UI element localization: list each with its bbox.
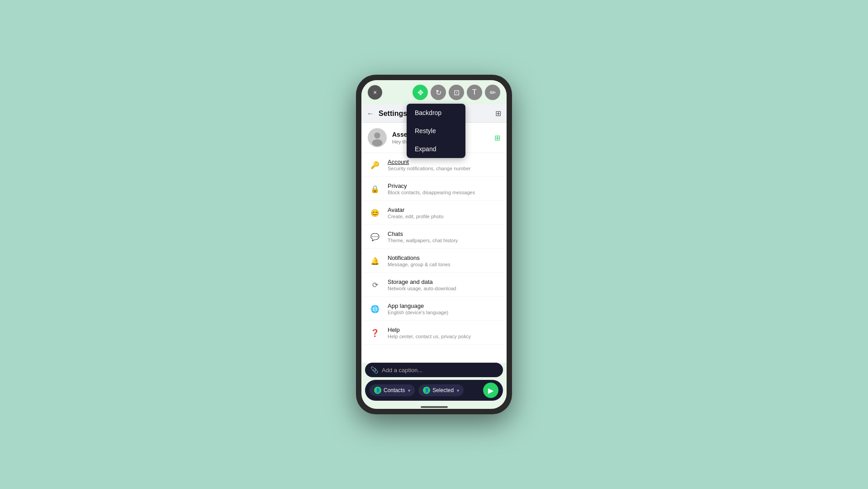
contacts-dot: 👤: [374, 387, 381, 394]
help-title: Help: [388, 326, 500, 333]
avatar-title: Avatar: [388, 206, 500, 213]
storage-icon: ⟳: [368, 278, 382, 292]
restyle-menu-item[interactable]: Restyle: [407, 122, 465, 140]
home-indicator: [421, 406, 448, 408]
svg-point-2: [372, 139, 383, 146]
storage-item[interactable]: ⟳ Storage and data Network usage, auto-d…: [361, 273, 507, 297]
chats-icon: 💬: [368, 230, 382, 244]
svg-point-1: [374, 133, 380, 139]
editor-toolbar: × ✥ ↻ ⊡ T ✏ Backdrop Restyle Expand: [361, 80, 507, 105]
bottom-bar: 👤 Contacts ▾ 👤 Selected ▾ ▶: [365, 380, 503, 401]
account-title: Account: [388, 158, 500, 165]
privacy-item[interactable]: 🔒 Privacy Block contacts, disappearing m…: [361, 177, 507, 201]
storage-title: Storage and data: [388, 278, 500, 285]
crop-tool-button[interactable]: ⊡: [449, 85, 464, 100]
help-item[interactable]: ❓ Help Help center, contact us, privacy …: [361, 321, 507, 345]
language-subtitle: English (device's language): [388, 310, 500, 315]
language-icon: 🌐: [368, 302, 382, 316]
language-item[interactable]: 🌐 App language English (device's languag…: [361, 297, 507, 321]
notifications-title: Notifications: [388, 254, 500, 261]
text-tool-button[interactable]: T: [467, 85, 482, 100]
chats-item[interactable]: 💬 Chats Theme, wallpapers, chat history: [361, 225, 507, 249]
avatar-subtitle: Create, edit, profile photo: [388, 214, 500, 219]
back-button[interactable]: ←: [367, 110, 374, 118]
cursor-tool-button[interactable]: ✥: [413, 85, 428, 100]
privacy-subtitle: Block contacts, disappearing messages: [388, 190, 500, 195]
selected-chevron-icon: ▾: [457, 388, 459, 393]
privacy-content: Privacy Block contacts, disappearing mes…: [388, 182, 500, 195]
selected-dot: 👤: [423, 387, 430, 394]
avatar: [368, 128, 387, 147]
notifications-content: Notifications Message, group & call tone…: [388, 254, 500, 267]
help-content: Help Help center, contact us, privacy po…: [388, 326, 500, 339]
backdrop-menu-item[interactable]: Backdrop: [407, 104, 465, 122]
edit-tool-button[interactable]: ✏: [485, 85, 500, 100]
caption-attach-icon: 📎: [370, 366, 378, 374]
caption-bar[interactable]: 📎 Add a caption...: [365, 363, 503, 377]
profile-qr-icon[interactable]: ⊞: [494, 134, 500, 142]
qr-scan-icon[interactable]: ⊞: [495, 109, 501, 118]
contacts-pill[interactable]: 👤 Contacts ▾: [370, 384, 415, 396]
contacts-label: Contacts: [384, 387, 405, 393]
selected-label: Selected: [432, 387, 454, 393]
selected-pill[interactable]: 👤 Selected ▾: [418, 384, 464, 396]
send-button[interactable]: ▶: [483, 383, 498, 398]
notifications-subtitle: Message, group & call tones: [388, 262, 500, 267]
rotate-tool-button[interactable]: ↻: [431, 85, 446, 100]
phone-device: × ✥ ↻ ⊡ T ✏ Backdrop Restyle Expand: [356, 75, 512, 414]
privacy-icon: 🔒: [368, 182, 382, 196]
account-icon: 🔑: [368, 158, 382, 172]
storage-content: Storage and data Network usage, auto-dow…: [388, 278, 500, 291]
chats-title: Chats: [388, 230, 500, 237]
send-icon: ▶: [488, 386, 493, 395]
storage-subtitle: Network usage, auto-download: [388, 286, 500, 291]
account-content: Account Security notifications, change n…: [388, 158, 500, 171]
settings-list: 🔑 Account Security notifications, change…: [361, 153, 507, 363]
chats-content: Chats Theme, wallpapers, chat history: [388, 230, 500, 243]
context-menu: Backdrop Restyle Expand: [407, 104, 465, 158]
tool-icons: ✥ ↻ ⊡ T ✏: [413, 85, 500, 100]
avatar-content: Avatar Create, edit, profile photo: [388, 206, 500, 219]
contacts-chevron-icon: ▾: [408, 388, 410, 393]
language-title: App language: [388, 302, 500, 309]
language-content: App language English (device's language): [388, 302, 500, 315]
expand-menu-item[interactable]: Expand: [407, 140, 465, 158]
avatar-icon: 😊: [368, 206, 382, 220]
notifications-icon: 🔔: [368, 254, 382, 268]
close-button[interactable]: ×: [368, 85, 382, 100]
help-icon: ❓: [368, 326, 382, 340]
notifications-item[interactable]: 🔔 Notifications Message, group & call to…: [361, 249, 507, 273]
help-subtitle: Help center, contact us, privacy policy: [388, 334, 500, 339]
phone-screen: × ✥ ↻ ⊡ T ✏ Backdrop Restyle Expand: [361, 80, 507, 409]
account-subtitle: Security notifications, change number: [388, 166, 500, 171]
avatar-item[interactable]: 😊 Avatar Create, edit, profile photo: [361, 201, 507, 225]
privacy-title: Privacy: [388, 182, 500, 189]
chats-subtitle: Theme, wallpapers, chat history: [388, 238, 500, 243]
caption-input[interactable]: Add a caption...: [382, 367, 498, 374]
